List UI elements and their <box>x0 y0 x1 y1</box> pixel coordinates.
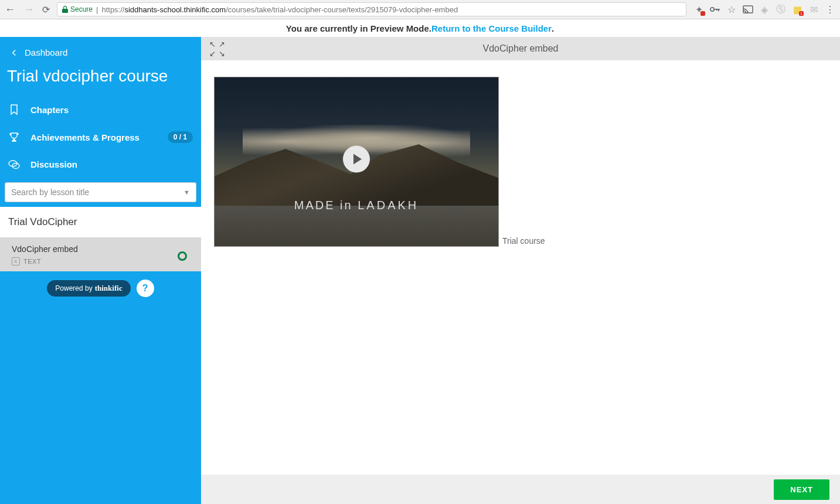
extension-icon[interactable]: ✦ <box>693 4 704 15</box>
brand-name: thinkific <box>95 284 123 293</box>
help-button[interactable]: ? <box>137 280 154 297</box>
address-bar[interactable]: Secure | https:// siddhants-school.think… <box>57 2 686 16</box>
browser-toolbar: ← → ⟳ Secure | https:// siddhants-school… <box>0 0 840 19</box>
progress-badge: 0 / 1 <box>168 131 193 143</box>
preview-text: You are currently in Preview Mode. <box>286 23 431 33</box>
mail-icon[interactable]: ✉ <box>808 4 819 15</box>
key-icon[interactable] <box>710 4 720 15</box>
content-footer: NEXT <box>201 475 840 504</box>
powered-by-badge[interactable]: Powered by thinkific <box>47 280 130 297</box>
menu-icon[interactable]: ⋮ <box>825 4 835 15</box>
notes-icon[interactable]: ▦1 <box>792 4 802 15</box>
shield-icon[interactable]: ◈ <box>759 4 770 15</box>
preview-suffix: . <box>552 23 554 33</box>
skype-icon[interactable]: Ⓢ <box>776 4 786 15</box>
lock-icon: Secure <box>62 5 93 13</box>
preview-banner: You are currently in Preview Mode. Retur… <box>0 19 840 37</box>
reload-icon[interactable]: ⟳ <box>42 4 50 15</box>
nav-achievements-label: Achievements & Progress <box>30 132 140 142</box>
search-input[interactable]: Search by lesson title ▼ <box>5 182 196 202</box>
content-title: VdoCipher embed <box>201 43 840 54</box>
cast-icon[interactable] <box>743 4 753 15</box>
sidebar: Dashboard Trial vdocipher course Chapter… <box>0 37 201 504</box>
trophy-icon <box>8 132 20 142</box>
lesson-type: TEXT <box>23 258 41 265</box>
svg-rect-3 <box>716 9 717 11</box>
course-title: Trial vdocipher course <box>0 64 201 96</box>
document-icon: ≡ <box>12 257 20 265</box>
chevron-left-icon <box>11 49 18 56</box>
next-button[interactable]: NEXT <box>774 479 829 500</box>
nav-chapters-label: Chapters <box>30 105 69 115</box>
svg-point-0 <box>710 8 714 11</box>
nav-achievements[interactable]: Achievements & Progress 0 / 1 <box>0 123 201 151</box>
powered-by-label: Powered by <box>55 284 92 292</box>
nav-discussion-label: Discussion <box>30 159 77 169</box>
url-path: /courses/take/trial-vdocipher-course/tex… <box>226 5 458 14</box>
video-player[interactable]: MADE in LADAKH <box>214 77 499 247</box>
nav-chapters[interactable]: Chapters <box>0 96 201 123</box>
content-area: ↖↗↙↘ VdoCipher embed MADE in LADAKH Tria… <box>201 37 840 504</box>
video-caption: MADE in LADAKH <box>215 199 498 212</box>
star-icon[interactable]: ☆ <box>726 4 737 15</box>
forward-icon[interactable]: → <box>23 4 34 16</box>
fullscreen-icon[interactable]: ↖↗↙↘ <box>209 40 227 58</box>
nav-discussion[interactable]: Discussion <box>0 151 201 178</box>
dashboard-link[interactable]: Dashboard <box>0 37 201 64</box>
chapter-header: Trial VdoCipher <box>0 207 201 237</box>
lesson-item[interactable]: VdoCipher embed ≡ TEXT <box>0 237 201 271</box>
play-icon[interactable] <box>343 145 370 172</box>
content-header: ↖↗↙↘ VdoCipher embed <box>201 37 840 60</box>
completion-circle-icon <box>178 251 187 261</box>
chat-icon <box>8 160 20 169</box>
search-placeholder: Search by lesson title <box>11 188 89 197</box>
url-prefix: https:// <box>101 5 124 14</box>
secure-label: Secure <box>70 5 93 13</box>
return-link[interactable]: Return to the Course Builder <box>431 23 552 33</box>
dropdown-icon: ▼ <box>183 189 190 196</box>
bookmark-icon <box>8 104 20 115</box>
lesson-title: VdoCipher embed <box>12 244 192 254</box>
url-host: siddhants-school.thinkific.com <box>124 5 226 14</box>
back-icon[interactable]: ← <box>5 4 15 16</box>
dashboard-label: Dashboard <box>25 47 67 57</box>
svg-rect-2 <box>718 9 719 11</box>
trial-label: Trial course <box>502 236 545 247</box>
